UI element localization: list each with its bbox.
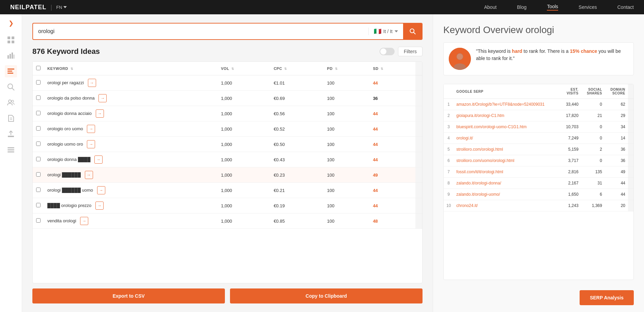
- sidebar-icon-analytics[interactable]: [5, 49, 17, 62]
- row-select[interactable]: [36, 126, 41, 131]
- serp-link[interactable]: stroilioro.com/uomo/orologi.html: [456, 158, 514, 163]
- lang-label: FN: [56, 5, 62, 10]
- row-sd: 36: [369, 91, 415, 106]
- export-csv-button[interactable]: Export to CSV: [32, 288, 225, 303]
- lang-badge[interactable]: 🇮🇹 It / It: [368, 28, 403, 35]
- keyword-link[interactable]: →: [87, 125, 95, 133]
- svg-rect-17: [8, 136, 14, 137]
- serp-link[interactable]: zalando.it/orologi-uomo/: [456, 192, 500, 197]
- sidebar-icon-upload[interactable]: [5, 128, 17, 140]
- sidebar-icon-audience[interactable]: [5, 96, 17, 109]
- row-checkbox[interactable]: [33, 91, 44, 106]
- serp-shares: 21: [581, 110, 605, 121]
- row-select[interactable]: [36, 111, 41, 115]
- chance-pct: 15% chance: [570, 48, 597, 54]
- row-checkbox[interactable]: [33, 213, 44, 229]
- nav-tools[interactable]: Tools: [547, 4, 558, 11]
- serp-url[interactable]: gioiapura.it/orologi-C1.htm: [454, 110, 561, 121]
- row-select[interactable]: [36, 203, 41, 207]
- serp-link[interactable]: orologi.it/: [456, 136, 473, 140]
- keyword-link[interactable]: →: [97, 186, 105, 194]
- row-keyword: ████ orologio prezzo →: [44, 198, 218, 213]
- copy-clipboard-button[interactable]: Copy to Clipboard: [230, 288, 423, 303]
- row-select[interactable]: [36, 142, 41, 146]
- serp-link[interactable]: gioiapura.it/orologi-C1.htm: [456, 113, 504, 118]
- keyword-link[interactable]: →: [95, 202, 104, 210]
- col-pd[interactable]: PD ⇅: [324, 62, 370, 75]
- serp-link[interactable]: fossil.com/it/it/orologi.html: [456, 169, 503, 174]
- keyword-link[interactable]: →: [87, 140, 95, 148]
- row-checkbox[interactable]: [33, 75, 44, 91]
- serp-link[interactable]: zalando.it/orologi-donna/: [456, 181, 501, 185]
- row-scroll-spacer: [415, 152, 422, 167]
- sidebar-icon-search[interactable]: [5, 81, 17, 93]
- serp-url[interactable]: fossil.com/it/it/orologi.html: [454, 166, 561, 178]
- row-cpc: €0.52: [270, 121, 324, 137]
- sidebar-toggle[interactable]: ❯: [9, 19, 14, 27]
- col-vol[interactable]: VOL ⇅: [218, 62, 271, 75]
- sidebar-icon-dashboard[interactable]: [5, 34, 17, 46]
- brand-logo[interactable]: NEILPATEL: [10, 4, 46, 11]
- col-keyword[interactable]: KEYWORD ⇅: [44, 62, 218, 75]
- serp-url[interactable]: zalando.it/orologi-uomo/: [454, 189, 561, 200]
- nav-about[interactable]: About: [484, 4, 497, 10]
- row-checkbox[interactable]: [33, 198, 44, 213]
- toggle-switch[interactable]: [380, 48, 395, 55]
- serp-url[interactable]: chrono24.it/: [454, 200, 561, 211]
- sidebar-icon-settings[interactable]: [5, 144, 17, 156]
- keyword-link[interactable]: →: [96, 109, 104, 118]
- serp-url[interactable]: zalando.it/orologi-donna/: [454, 178, 561, 189]
- serp-url[interactable]: bluespirit.com/orologi-uomo-C1G1.htm: [454, 121, 561, 133]
- row-checkbox[interactable]: [33, 167, 44, 183]
- serp-url[interactable]: stroilioro.com/uomo/orologi.html: [454, 155, 561, 166]
- table-row: orologi per ragazzi → 1,000 €1.01 100 44: [33, 75, 422, 91]
- row-select[interactable]: [36, 80, 41, 85]
- serp-col-visits: EST.VISITS: [561, 84, 581, 99]
- row-checkbox[interactable]: [33, 152, 44, 167]
- serp-url[interactable]: stroilioro.com/orologi.html: [454, 144, 561, 155]
- keyword-link[interactable]: →: [80, 217, 88, 225]
- search-button[interactable]: [403, 24, 422, 39]
- row-vol: 1,000: [218, 106, 271, 121]
- keyword-link[interactable]: →: [85, 171, 93, 179]
- row-pd: 100: [324, 167, 370, 183]
- col-cpc[interactable]: CPC ⇅: [270, 62, 324, 75]
- search-input[interactable]: orologi: [33, 28, 368, 34]
- serp-url[interactable]: amazon.it/Orologi/b?ie=UTF8&node=5240090…: [454, 99, 561, 110]
- keyword-link[interactable]: →: [88, 79, 96, 87]
- row-select[interactable]: [36, 218, 41, 223]
- serp-col-url: GOOGLE SERP: [454, 84, 561, 99]
- row-select[interactable]: [36, 188, 41, 192]
- serp-domain: 62: [605, 99, 628, 110]
- language-selector[interactable]: FN: [56, 5, 67, 10]
- col-sd[interactable]: SD ⇅: [369, 62, 415, 75]
- serp-link[interactable]: amazon.it/Orologi/b?ie=UTF8&node=5240090…: [456, 102, 545, 107]
- svg-rect-2: [7, 41, 10, 43]
- row-checkbox[interactable]: [33, 106, 44, 121]
- serp-shares: 31: [581, 178, 605, 189]
- serp-table-row: 1 amazon.it/Orologi/b?ie=UTF8&node=52400…: [444, 99, 633, 110]
- filters-button[interactable]: Filters: [398, 47, 423, 56]
- serp-link[interactable]: bluespirit.com/orologi-uomo-C1G1.htm: [456, 124, 526, 129]
- sidebar-icon-keywords[interactable]: [5, 65, 17, 77]
- nav-contact[interactable]: Contact: [617, 4, 634, 10]
- svg-rect-9: [7, 71, 12, 72]
- serp-link[interactable]: chrono24.it/: [456, 203, 478, 208]
- row-select[interactable]: [36, 172, 41, 177]
- keyword-link[interactable]: →: [98, 94, 107, 102]
- row-select[interactable]: [36, 95, 41, 100]
- row-checkbox[interactable]: [33, 183, 44, 198]
- select-all-checkbox[interactable]: [36, 66, 41, 70]
- keyword-link[interactable]: →: [94, 155, 103, 164]
- serp-scroll-spacer: [628, 200, 633, 211]
- serp-link[interactable]: stroilioro.com/orologi.html: [456, 147, 503, 152]
- nav-services[interactable]: Services: [579, 4, 597, 10]
- serp-url[interactable]: orologi.it/: [454, 133, 561, 144]
- row-select[interactable]: [36, 157, 41, 161]
- sidebar-icon-reports[interactable]: [5, 112, 17, 124]
- row-checkbox[interactable]: [33, 121, 44, 137]
- serp-analysis-button[interactable]: SERP Analysis: [580, 290, 634, 305]
- nav-blog[interactable]: Blog: [517, 4, 526, 10]
- serp-rank: 9: [444, 189, 454, 200]
- row-checkbox[interactable]: [33, 137, 44, 152]
